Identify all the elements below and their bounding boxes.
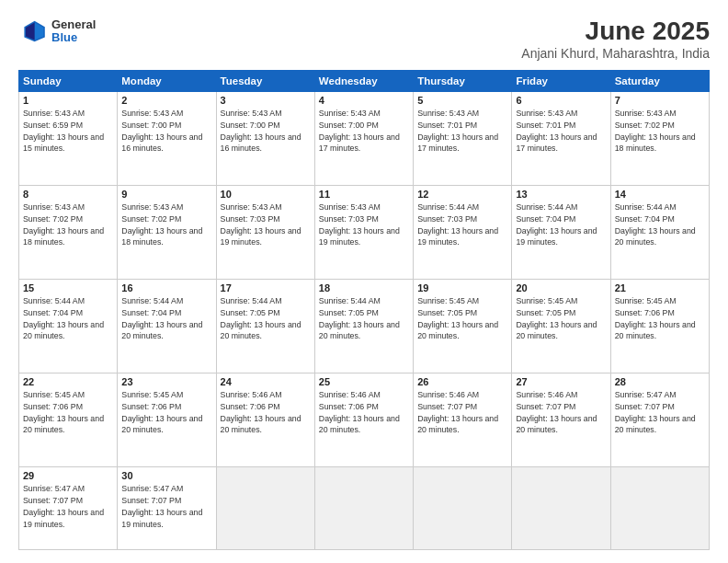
day-number: 5 (417, 95, 507, 106)
table-row: 26Sunrise: 5:46 AMSunset: 7:07 PMDayligh… (414, 373, 512, 467)
day-info: Sunrise: 5:45 AMSunset: 7:06 PMDaylight:… (121, 389, 211, 436)
day-number: 13 (516, 189, 606, 200)
day-info: Sunrise: 5:44 AMSunset: 7:04 PMDaylight:… (121, 295, 211, 342)
header-saturday: Saturday (610, 71, 709, 92)
table-row: 18Sunrise: 5:44 AMSunset: 7:05 PMDayligh… (314, 280, 413, 373)
day-number: 4 (319, 95, 409, 106)
table-row: 2Sunrise: 5:43 AMSunset: 7:00 PMDaylight… (118, 92, 216, 186)
day-number: 29 (23, 470, 113, 481)
day-number: 21 (615, 282, 705, 293)
table-row: 11Sunrise: 5:43 AMSunset: 7:03 PMDayligh… (314, 186, 413, 280)
title-month: June 2025 (521, 17, 710, 46)
table-row: 29Sunrise: 5:47 AMSunset: 7:07 PMDayligh… (19, 467, 118, 550)
table-row: 13Sunrise: 5:44 AMSunset: 7:04 PMDayligh… (512, 186, 610, 280)
day-number: 17 (221, 282, 311, 293)
day-info: Sunrise: 5:43 AMSunset: 7:02 PMDaylight:… (615, 108, 705, 155)
table-row: 23Sunrise: 5:45 AMSunset: 7:06 PMDayligh… (118, 373, 216, 467)
calendar-week-row: 22Sunrise: 5:45 AMSunset: 7:06 PMDayligh… (19, 373, 710, 467)
table-row (610, 467, 709, 550)
table-row (512, 467, 610, 550)
day-number: 20 (516, 282, 606, 293)
table-row: 22Sunrise: 5:45 AMSunset: 7:06 PMDayligh… (19, 373, 118, 467)
day-info: Sunrise: 5:43 AMSunset: 7:02 PMDaylight:… (121, 201, 211, 248)
day-info: Sunrise: 5:43 AMSunset: 7:01 PMDaylight:… (516, 108, 606, 155)
day-number: 1 (23, 95, 113, 106)
table-row: 3Sunrise: 5:43 AMSunset: 7:00 PMDaylight… (216, 92, 314, 186)
logo-icon (18, 17, 48, 46)
day-number: 3 (221, 95, 311, 106)
calendar-week-row: 29Sunrise: 5:47 AMSunset: 7:07 PMDayligh… (19, 467, 710, 550)
day-info: Sunrise: 5:44 AMSunset: 7:03 PMDaylight:… (417, 201, 507, 248)
day-info: Sunrise: 5:46 AMSunset: 7:07 PMDaylight:… (516, 389, 606, 436)
day-info: Sunrise: 5:44 AMSunset: 7:04 PMDaylight:… (516, 201, 606, 248)
day-number: 2 (121, 95, 211, 106)
day-info: Sunrise: 5:43 AMSunset: 6:59 PMDaylight:… (23, 108, 113, 155)
day-number: 30 (121, 470, 211, 481)
table-row: 7Sunrise: 5:43 AMSunset: 7:02 PMDaylight… (610, 92, 709, 186)
table-row: 5Sunrise: 5:43 AMSunset: 7:01 PMDaylight… (414, 92, 512, 186)
table-row: 19Sunrise: 5:45 AMSunset: 7:05 PMDayligh… (414, 280, 512, 373)
day-number: 16 (121, 282, 211, 293)
table-row: 8Sunrise: 5:43 AMSunset: 7:02 PMDaylight… (19, 186, 118, 280)
header-wednesday: Wednesday (314, 71, 413, 92)
day-number: 15 (23, 282, 113, 293)
day-number: 22 (23, 376, 113, 387)
day-info: Sunrise: 5:43 AMSunset: 7:00 PMDaylight:… (319, 108, 409, 155)
day-info: Sunrise: 5:46 AMSunset: 7:06 PMDaylight:… (221, 389, 311, 436)
page: General Blue June 2025 Anjani Khurd, Mah… (0, 0, 728, 563)
day-info: Sunrise: 5:43 AMSunset: 7:03 PMDaylight:… (319, 201, 409, 248)
day-info: Sunrise: 5:45 AMSunset: 7:05 PMDaylight:… (417, 295, 507, 342)
day-number: 19 (417, 282, 507, 293)
table-row (216, 467, 314, 550)
table-row: 21Sunrise: 5:45 AMSunset: 7:06 PMDayligh… (610, 280, 709, 373)
table-row: 10Sunrise: 5:43 AMSunset: 7:03 PMDayligh… (216, 186, 314, 280)
logo-general: General (51, 18, 96, 31)
table-row: 15Sunrise: 5:44 AMSunset: 7:04 PMDayligh… (19, 280, 118, 373)
day-number: 28 (615, 376, 705, 387)
logo: General Blue (18, 17, 96, 46)
weekday-header-row: Sunday Monday Tuesday Wednesday Thursday… (19, 71, 710, 92)
calendar-week-row: 1Sunrise: 5:43 AMSunset: 6:59 PMDaylight… (19, 92, 710, 186)
day-info: Sunrise: 5:45 AMSunset: 7:05 PMDaylight:… (516, 295, 606, 342)
day-number: 27 (516, 376, 606, 387)
day-number: 24 (221, 376, 311, 387)
table-row: 28Sunrise: 5:47 AMSunset: 7:07 PMDayligh… (610, 373, 709, 467)
day-info: Sunrise: 5:44 AMSunset: 7:05 PMDaylight:… (319, 295, 409, 342)
table-row: 16Sunrise: 5:44 AMSunset: 7:04 PMDayligh… (118, 280, 216, 373)
table-row: 12Sunrise: 5:44 AMSunset: 7:03 PMDayligh… (414, 186, 512, 280)
day-number: 26 (417, 376, 507, 387)
day-number: 11 (319, 189, 409, 200)
day-info: Sunrise: 5:43 AMSunset: 7:02 PMDaylight:… (23, 201, 113, 248)
day-info: Sunrise: 5:44 AMSunset: 7:04 PMDaylight:… (23, 295, 113, 342)
logo-blue: Blue (51, 31, 96, 44)
day-number: 8 (23, 189, 113, 200)
title-block: June 2025 Anjani Khurd, Maharashtra, Ind… (521, 17, 710, 61)
calendar-week-row: 8Sunrise: 5:43 AMSunset: 7:02 PMDaylight… (19, 186, 710, 280)
day-info: Sunrise: 5:43 AMSunset: 7:01 PMDaylight:… (417, 108, 507, 155)
table-row: 9Sunrise: 5:43 AMSunset: 7:02 PMDaylight… (118, 186, 216, 280)
day-info: Sunrise: 5:46 AMSunset: 7:06 PMDaylight:… (319, 389, 409, 436)
table-row (414, 467, 512, 550)
table-row: 6Sunrise: 5:43 AMSunset: 7:01 PMDaylight… (512, 92, 610, 186)
table-row: 1Sunrise: 5:43 AMSunset: 6:59 PMDaylight… (19, 92, 118, 186)
day-info: Sunrise: 5:47 AMSunset: 7:07 PMDaylight:… (23, 483, 113, 530)
day-info: Sunrise: 5:43 AMSunset: 7:00 PMDaylight:… (221, 108, 311, 155)
day-number: 14 (615, 189, 705, 200)
day-number: 7 (615, 95, 705, 106)
header-tuesday: Tuesday (216, 71, 314, 92)
day-info: Sunrise: 5:47 AMSunset: 7:07 PMDaylight:… (121, 483, 211, 530)
calendar-table: Sunday Monday Tuesday Wednesday Thursday… (18, 70, 710, 550)
table-row: 4Sunrise: 5:43 AMSunset: 7:00 PMDaylight… (314, 92, 413, 186)
day-info: Sunrise: 5:47 AMSunset: 7:07 PMDaylight:… (615, 389, 705, 436)
day-info: Sunrise: 5:45 AMSunset: 7:06 PMDaylight:… (23, 389, 113, 436)
table-row: 24Sunrise: 5:46 AMSunset: 7:06 PMDayligh… (216, 373, 314, 467)
day-info: Sunrise: 5:43 AMSunset: 7:03 PMDaylight:… (221, 201, 311, 248)
logo-text: General Blue (51, 18, 96, 45)
table-row: 30Sunrise: 5:47 AMSunset: 7:07 PMDayligh… (118, 467, 216, 550)
header: General Blue June 2025 Anjani Khurd, Mah… (18, 17, 710, 61)
calendar-week-row: 15Sunrise: 5:44 AMSunset: 7:04 PMDayligh… (19, 280, 710, 373)
header-thursday: Thursday (414, 71, 512, 92)
day-number: 9 (121, 189, 211, 200)
table-row (314, 467, 413, 550)
day-number: 25 (319, 376, 409, 387)
